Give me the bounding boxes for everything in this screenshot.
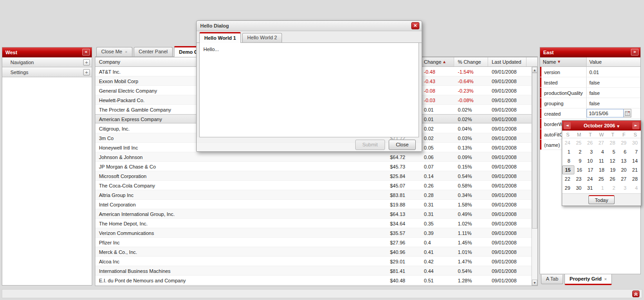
calendar-day[interactable]: 16 — [574, 165, 586, 174]
calendar-day[interactable]: 13 — [618, 156, 630, 165]
calendar-day[interactable]: 26 — [585, 138, 596, 147]
calendar-day[interactable]: 24 — [562, 138, 573, 147]
tab-close-icon[interactable]: × — [604, 277, 606, 281]
calendar-day[interactable]: 12 — [607, 156, 618, 165]
tab-close-me[interactable]: Close Me× — [96, 47, 132, 56]
close-button[interactable]: Close — [389, 140, 416, 150]
calendar-day[interactable]: 28 — [630, 174, 641, 183]
tab-property-grid[interactable]: Property Grid× — [564, 274, 611, 285]
next-month-icon[interactable]: ► — [632, 122, 639, 129]
column-header-change[interactable]: Change▲ — [420, 57, 454, 66]
tab-hello-world-1[interactable]: Hello World 1 — [199, 32, 241, 43]
calendar-day[interactable]: 22 — [562, 174, 573, 183]
calendar-day[interactable]: 19 — [607, 165, 619, 174]
expand-up-icon[interactable] — [632, 291, 639, 297]
table-row[interactable]: Intel Corporation$19.880.311.58%09/01/20… — [95, 200, 531, 209]
tab-hello-world-2[interactable]: Hello World 2 — [242, 33, 282, 42]
property-row-grouping[interactable]: groupingfalse — [540, 98, 640, 108]
table-row[interactable]: American International Group, Inc.$64.13… — [95, 209, 531, 219]
cell-change: 0.02 — [420, 133, 454, 142]
month-selector[interactable]: October 2006▼ — [571, 123, 632, 128]
dialog-close-icon[interactable]: ✕ — [411, 22, 419, 29]
collapse-right-icon[interactable]: » — [631, 49, 639, 56]
calendar-day[interactable]: 11 — [596, 156, 607, 165]
calendar-day[interactable]: 30 — [573, 183, 585, 192]
calendar-day[interactable]: 27 — [618, 174, 630, 183]
submit-button[interactable]: Submit — [355, 140, 385, 150]
table-row[interactable]: Merck & Co., Inc.$40.960.411.01%09/01/20… — [95, 247, 531, 257]
calendar-day[interactable]: 25 — [573, 138, 585, 147]
calendar-day[interactable]: 9 — [573, 156, 585, 165]
calendar-day[interactable]: 1 — [596, 183, 607, 192]
prev-month-icon[interactable]: ◄ — [564, 122, 571, 129]
cell-change: 0.39 — [420, 228, 454, 237]
calendar-day[interactable]: 8 — [562, 156, 573, 165]
calendar-day[interactable]: 14 — [630, 156, 641, 165]
table-row[interactable]: Alcoa Inc$29.010.421.47%09/01/2008 — [95, 257, 531, 266]
scroll-up-icon[interactable]: ▲ — [532, 67, 537, 73]
calendar-day[interactable]: 3 — [585, 147, 596, 156]
scrollbar-thumb[interactable] — [532, 73, 537, 229]
calendar-day[interactable]: 29 — [562, 183, 573, 192]
calendar-day[interactable]: 17 — [585, 165, 597, 174]
calendar-day[interactable]: 24 — [585, 174, 596, 183]
calendar-day[interactable]: 29 — [618, 138, 630, 147]
grid-vertical-scrollbar[interactable]: ▲ ▼ — [531, 67, 537, 286]
table-row[interactable]: The Home Depot, Inc.$34.640.351.02%09/01… — [95, 219, 531, 228]
table-row[interactable]: Verizon Communications$35.570.391.11%09/… — [95, 228, 531, 238]
day-of-week-label: W — [596, 131, 607, 138]
calendar-day[interactable]: 5 — [607, 147, 618, 156]
table-row[interactable]: International Business Machines$81.410.4… — [95, 266, 531, 276]
calendar-day[interactable]: 27 — [596, 138, 607, 147]
calendar-day[interactable]: 7 — [630, 147, 641, 156]
column-header-change[interactable]: % Change — [454, 57, 488, 66]
property-grid-name-column-header[interactable]: Name▼ — [540, 57, 587, 66]
accordion-item-navigation[interactable]: Navigation+ — [2, 57, 92, 67]
calendar-day[interactable]: 4 — [596, 147, 607, 156]
calendar-day[interactable]: 10 — [585, 156, 596, 165]
calendar-day[interactable]: 2 — [573, 147, 585, 156]
calendar-day[interactable]: 4 — [630, 183, 641, 192]
tab-a-tab[interactable]: A Tab — [541, 275, 563, 284]
day-of-week-label: T — [585, 131, 596, 138]
calendar-day[interactable]: 23 — [573, 174, 585, 183]
today-button[interactable]: Today — [588, 195, 614, 204]
table-row[interactable]: Johnson & Johnson$64.720.060.09%09/01/20… — [95, 152, 531, 162]
calendar-day-selected[interactable]: 15 — [562, 165, 574, 174]
property-row-productionquality[interactable]: productionQualityfalse — [540, 88, 640, 98]
expand-plus-icon[interactable]: + — [83, 59, 90, 66]
scroll-down-icon[interactable]: ▼ — [532, 280, 537, 286]
calendar-day[interactable]: 2 — [607, 183, 618, 192]
calendar-day[interactable]: 25 — [596, 174, 607, 183]
table-row[interactable]: Altria Group Inc$83.810.280.34%09/01/200… — [95, 190, 531, 200]
property-grid-value-column-header[interactable]: Value — [587, 57, 640, 66]
tab-close-icon[interactable]: × — [125, 50, 127, 54]
date-trigger-button[interactable] — [624, 109, 631, 117]
table-row[interactable]: The Coca-Cola Company$45.070.260.58%09/0… — [95, 181, 531, 190]
calendar-day[interactable]: 6 — [618, 147, 630, 156]
expand-plus-icon[interactable]: + — [83, 69, 90, 75]
calendar-day[interactable]: 21 — [630, 165, 641, 174]
table-row[interactable]: E.I. du Pont de Nemours and Company$40.4… — [95, 276, 531, 285]
cell-company: Johnson & Johnson — [95, 152, 386, 161]
column-header-last-updated[interactable]: Last Updated — [488, 57, 526, 66]
collapse-left-icon[interactable]: « — [82, 49, 90, 56]
dialog-title-bar[interactable]: Hello Dialog ✕ — [197, 21, 422, 31]
calendar-day[interactable]: 28 — [607, 138, 618, 147]
calendar-day[interactable]: 26 — [607, 174, 618, 183]
tab-center-panel[interactable]: Center Panel — [134, 47, 173, 56]
calendar-day[interactable]: 30 — [630, 138, 641, 147]
property-row-tested[interactable]: testedfalse — [540, 77, 640, 88]
table-row[interactable]: Microsoft Corporation$25.840.140.54%09/0… — [95, 171, 531, 181]
calendar-day[interactable]: 20 — [619, 165, 630, 174]
calendar-day[interactable]: 3 — [618, 183, 630, 192]
property-row-created[interactable]: created — [540, 108, 640, 119]
table-row[interactable]: Pfizer Inc$27.960.41.45%09/01/2008 — [95, 238, 531, 247]
date-field[interactable] — [587, 109, 624, 117]
table-row[interactable]: JP Morgan & Chase & Co$45.730.070.15%09/… — [95, 162, 531, 171]
calendar-day[interactable]: 18 — [597, 165, 608, 174]
calendar-day[interactable]: 31 — [585, 183, 596, 192]
accordion-item-settings[interactable]: Settings+ — [2, 67, 92, 77]
calendar-day[interactable]: 1 — [562, 147, 573, 156]
property-row-version[interactable]: version0.01 — [540, 67, 640, 77]
